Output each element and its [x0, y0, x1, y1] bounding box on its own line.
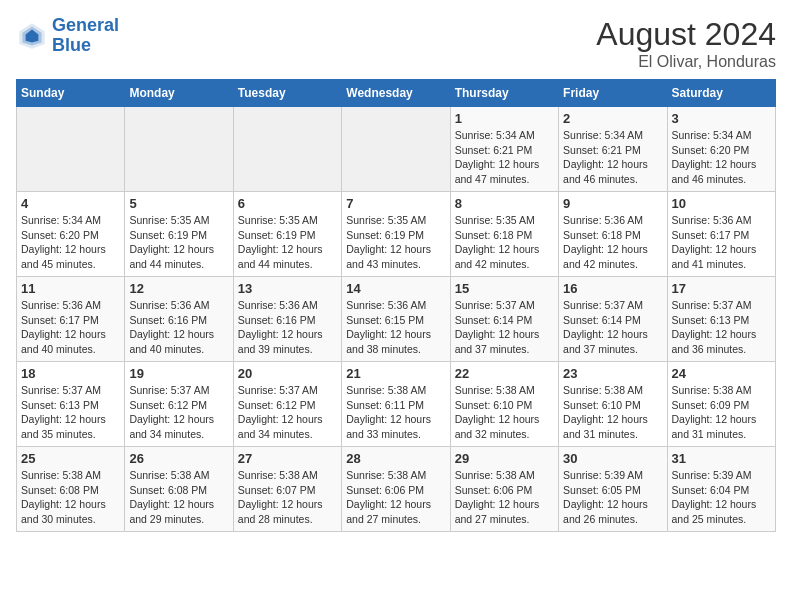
calendar-cell: 7Sunrise: 5:35 AM Sunset: 6:19 PM Daylig…: [342, 192, 450, 277]
day-info: Sunrise: 5:37 AM Sunset: 6:13 PM Dayligh…: [672, 298, 771, 357]
calendar-cell: [342, 107, 450, 192]
calendar-table: SundayMondayTuesdayWednesdayThursdayFrid…: [16, 79, 776, 532]
day-info: Sunrise: 5:35 AM Sunset: 6:18 PM Dayligh…: [455, 213, 554, 272]
day-number: 18: [21, 366, 120, 381]
day-info: Sunrise: 5:35 AM Sunset: 6:19 PM Dayligh…: [238, 213, 337, 272]
day-info: Sunrise: 5:38 AM Sunset: 6:06 PM Dayligh…: [346, 468, 445, 527]
calendar-cell: 19Sunrise: 5:37 AM Sunset: 6:12 PM Dayli…: [125, 362, 233, 447]
day-info: Sunrise: 5:34 AM Sunset: 6:21 PM Dayligh…: [455, 128, 554, 187]
calendar-cell: 18Sunrise: 5:37 AM Sunset: 6:13 PM Dayli…: [17, 362, 125, 447]
calendar-cell: 13Sunrise: 5:36 AM Sunset: 6:16 PM Dayli…: [233, 277, 341, 362]
calendar-week-2: 4Sunrise: 5:34 AM Sunset: 6:20 PM Daylig…: [17, 192, 776, 277]
day-info: Sunrise: 5:37 AM Sunset: 6:12 PM Dayligh…: [129, 383, 228, 442]
weekday-header-friday: Friday: [559, 80, 667, 107]
day-info: Sunrise: 5:36 AM Sunset: 6:17 PM Dayligh…: [672, 213, 771, 272]
calendar-cell: 6Sunrise: 5:35 AM Sunset: 6:19 PM Daylig…: [233, 192, 341, 277]
calendar-cell: [233, 107, 341, 192]
day-info: Sunrise: 5:36 AM Sunset: 6:16 PM Dayligh…: [238, 298, 337, 357]
calendar-cell: 16Sunrise: 5:37 AM Sunset: 6:14 PM Dayli…: [559, 277, 667, 362]
day-number: 24: [672, 366, 771, 381]
day-number: 3: [672, 111, 771, 126]
day-info: Sunrise: 5:38 AM Sunset: 6:08 PM Dayligh…: [129, 468, 228, 527]
calendar-cell: 10Sunrise: 5:36 AM Sunset: 6:17 PM Dayli…: [667, 192, 775, 277]
day-number: 30: [563, 451, 662, 466]
day-number: 9: [563, 196, 662, 211]
day-info: Sunrise: 5:36 AM Sunset: 6:18 PM Dayligh…: [563, 213, 662, 272]
day-info: Sunrise: 5:36 AM Sunset: 6:16 PM Dayligh…: [129, 298, 228, 357]
day-number: 8: [455, 196, 554, 211]
calendar-cell: [17, 107, 125, 192]
day-number: 19: [129, 366, 228, 381]
day-number: 29: [455, 451, 554, 466]
calendar-cell: [125, 107, 233, 192]
location: El Olivar, Honduras: [596, 53, 776, 71]
weekday-header-tuesday: Tuesday: [233, 80, 341, 107]
calendar-cell: 26Sunrise: 5:38 AM Sunset: 6:08 PM Dayli…: [125, 447, 233, 532]
day-number: 11: [21, 281, 120, 296]
calendar-cell: 23Sunrise: 5:38 AM Sunset: 6:10 PM Dayli…: [559, 362, 667, 447]
calendar-cell: 27Sunrise: 5:38 AM Sunset: 6:07 PM Dayli…: [233, 447, 341, 532]
calendar-cell: 1Sunrise: 5:34 AM Sunset: 6:21 PM Daylig…: [450, 107, 558, 192]
calendar-cell: 15Sunrise: 5:37 AM Sunset: 6:14 PM Dayli…: [450, 277, 558, 362]
day-number: 31: [672, 451, 771, 466]
logo-text: General Blue: [52, 16, 119, 56]
day-number: 13: [238, 281, 337, 296]
day-number: 7: [346, 196, 445, 211]
day-info: Sunrise: 5:39 AM Sunset: 6:05 PM Dayligh…: [563, 468, 662, 527]
day-number: 12: [129, 281, 228, 296]
calendar-body: 1Sunrise: 5:34 AM Sunset: 6:21 PM Daylig…: [17, 107, 776, 532]
day-number: 27: [238, 451, 337, 466]
day-info: Sunrise: 5:38 AM Sunset: 6:06 PM Dayligh…: [455, 468, 554, 527]
day-number: 26: [129, 451, 228, 466]
calendar-cell: 24Sunrise: 5:38 AM Sunset: 6:09 PM Dayli…: [667, 362, 775, 447]
day-info: Sunrise: 5:38 AM Sunset: 6:08 PM Dayligh…: [21, 468, 120, 527]
calendar-cell: 11Sunrise: 5:36 AM Sunset: 6:17 PM Dayli…: [17, 277, 125, 362]
day-number: 5: [129, 196, 228, 211]
day-number: 14: [346, 281, 445, 296]
day-info: Sunrise: 5:35 AM Sunset: 6:19 PM Dayligh…: [129, 213, 228, 272]
calendar-cell: 3Sunrise: 5:34 AM Sunset: 6:20 PM Daylig…: [667, 107, 775, 192]
day-info: Sunrise: 5:35 AM Sunset: 6:19 PM Dayligh…: [346, 213, 445, 272]
calendar-cell: 20Sunrise: 5:37 AM Sunset: 6:12 PM Dayli…: [233, 362, 341, 447]
calendar-cell: 17Sunrise: 5:37 AM Sunset: 6:13 PM Dayli…: [667, 277, 775, 362]
calendar-cell: 8Sunrise: 5:35 AM Sunset: 6:18 PM Daylig…: [450, 192, 558, 277]
day-number: 15: [455, 281, 554, 296]
weekday-header-wednesday: Wednesday: [342, 80, 450, 107]
day-number: 16: [563, 281, 662, 296]
day-number: 2: [563, 111, 662, 126]
calendar-week-3: 11Sunrise: 5:36 AM Sunset: 6:17 PM Dayli…: [17, 277, 776, 362]
calendar-cell: 5Sunrise: 5:35 AM Sunset: 6:19 PM Daylig…: [125, 192, 233, 277]
month-year: August 2024: [596, 16, 776, 53]
logo-icon: [16, 20, 48, 52]
day-info: Sunrise: 5:38 AM Sunset: 6:10 PM Dayligh…: [563, 383, 662, 442]
calendar-cell: 22Sunrise: 5:38 AM Sunset: 6:10 PM Dayli…: [450, 362, 558, 447]
weekday-header-saturday: Saturday: [667, 80, 775, 107]
page-header: General Blue August 2024 El Olivar, Hond…: [16, 16, 776, 71]
calendar-week-5: 25Sunrise: 5:38 AM Sunset: 6:08 PM Dayli…: [17, 447, 776, 532]
day-info: Sunrise: 5:38 AM Sunset: 6:07 PM Dayligh…: [238, 468, 337, 527]
day-info: Sunrise: 5:36 AM Sunset: 6:17 PM Dayligh…: [21, 298, 120, 357]
day-info: Sunrise: 5:37 AM Sunset: 6:12 PM Dayligh…: [238, 383, 337, 442]
calendar-cell: 29Sunrise: 5:38 AM Sunset: 6:06 PM Dayli…: [450, 447, 558, 532]
day-info: Sunrise: 5:34 AM Sunset: 6:20 PM Dayligh…: [21, 213, 120, 272]
calendar-week-4: 18Sunrise: 5:37 AM Sunset: 6:13 PM Dayli…: [17, 362, 776, 447]
day-info: Sunrise: 5:37 AM Sunset: 6:14 PM Dayligh…: [563, 298, 662, 357]
calendar-cell: 2Sunrise: 5:34 AM Sunset: 6:21 PM Daylig…: [559, 107, 667, 192]
day-info: Sunrise: 5:38 AM Sunset: 6:10 PM Dayligh…: [455, 383, 554, 442]
weekday-header-thursday: Thursday: [450, 80, 558, 107]
weekday-header-monday: Monday: [125, 80, 233, 107]
calendar-cell: 12Sunrise: 5:36 AM Sunset: 6:16 PM Dayli…: [125, 277, 233, 362]
day-number: 4: [21, 196, 120, 211]
calendar-cell: 21Sunrise: 5:38 AM Sunset: 6:11 PM Dayli…: [342, 362, 450, 447]
day-info: Sunrise: 5:38 AM Sunset: 6:11 PM Dayligh…: [346, 383, 445, 442]
day-number: 10: [672, 196, 771, 211]
day-info: Sunrise: 5:34 AM Sunset: 6:20 PM Dayligh…: [672, 128, 771, 187]
day-number: 25: [21, 451, 120, 466]
day-info: Sunrise: 5:36 AM Sunset: 6:15 PM Dayligh…: [346, 298, 445, 357]
weekday-header-sunday: Sunday: [17, 80, 125, 107]
logo: General Blue: [16, 16, 119, 56]
day-number: 28: [346, 451, 445, 466]
calendar-cell: 30Sunrise: 5:39 AM Sunset: 6:05 PM Dayli…: [559, 447, 667, 532]
day-info: Sunrise: 5:38 AM Sunset: 6:09 PM Dayligh…: [672, 383, 771, 442]
day-info: Sunrise: 5:39 AM Sunset: 6:04 PM Dayligh…: [672, 468, 771, 527]
